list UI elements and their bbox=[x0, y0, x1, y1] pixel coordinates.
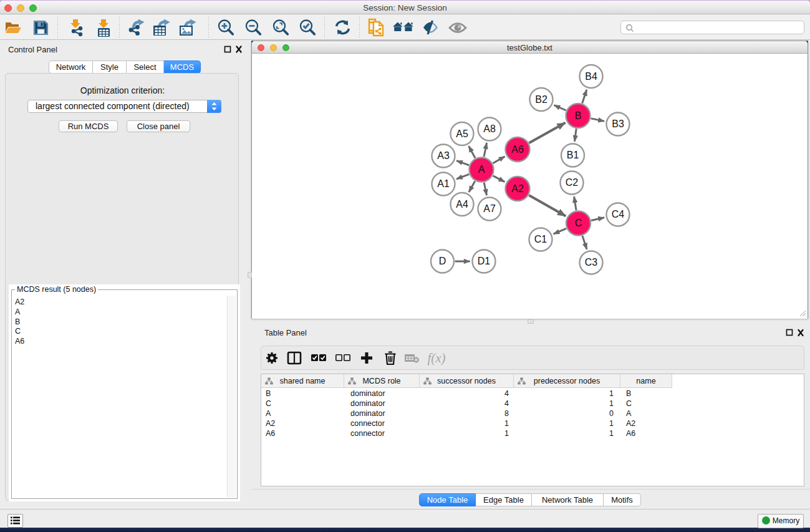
svg-text:D: D bbox=[439, 256, 446, 266]
svg-text:C4: C4 bbox=[612, 209, 625, 220]
svg-text:C: C bbox=[575, 218, 582, 228]
svg-text:D1: D1 bbox=[478, 256, 491, 266]
svg-text:A6: A6 bbox=[511, 144, 524, 155]
svg-text:A4: A4 bbox=[456, 199, 468, 210]
svg-text:A: A bbox=[478, 164, 485, 175]
svg-text:B4: B4 bbox=[585, 71, 597, 82]
svg-text:A5: A5 bbox=[456, 128, 468, 139]
svg-text:A3: A3 bbox=[437, 150, 450, 161]
svg-text:A8: A8 bbox=[483, 123, 496, 134]
svg-text:B3: B3 bbox=[612, 118, 624, 129]
svg-text:C2: C2 bbox=[566, 177, 579, 188]
svg-text:A7: A7 bbox=[483, 203, 496, 214]
svg-text:B2: B2 bbox=[535, 94, 547, 105]
svg-text:A2: A2 bbox=[511, 183, 524, 194]
svg-text:B1: B1 bbox=[567, 150, 579, 160]
svg-text:B: B bbox=[575, 110, 582, 121]
svg-text:C1: C1 bbox=[534, 234, 547, 244]
svg-text:A1: A1 bbox=[437, 178, 450, 189]
svg-text:C3: C3 bbox=[585, 257, 598, 268]
